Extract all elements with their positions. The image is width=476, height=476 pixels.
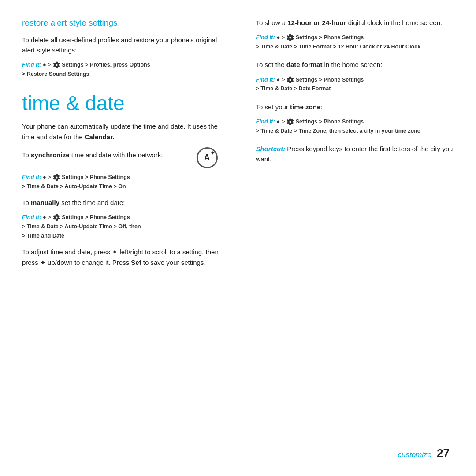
find-it-block-5: Find it: ● > Settings > Phone Settings >…: [256, 75, 454, 94]
find-it-label-2: Find it:: [22, 174, 41, 180]
page-footer: customize 27: [398, 446, 450, 460]
gear-icon-6: [286, 118, 294, 126]
arrow-1: >: [48, 61, 52, 68]
find-it-path-5a: Settings > Phone Settings: [296, 77, 364, 83]
right-column: To show a 12-hour or 24-hour digital clo…: [247, 18, 454, 458]
find-it-block-4: Find it: ● > Settings > Phone Settings >…: [256, 33, 454, 52]
sync-text: To synchronize time and date with the ne…: [22, 150, 194, 165]
find-it-path-3b: > Time & Date > Auto-Update Time > Off, …: [22, 222, 220, 231]
find-it-label-3: Find it:: [22, 214, 41, 220]
gear-icon-2: [53, 174, 60, 181]
find-it-line-3: Find it: ● > Settings > Phone Settings: [22, 213, 220, 222]
gear-icon-1: [53, 61, 60, 69]
find-it-line-5: Find it: ● > Settings > Phone Settings: [256, 75, 454, 85]
shortcut-label: Shortcut:: [256, 145, 286, 152]
find-it-path-3c: > Time and Date: [22, 231, 220, 241]
find-it-path-6a: Settings > Phone Settings: [296, 119, 364, 125]
time-date-paragraph: Your phone can automatically update the …: [22, 121, 220, 142]
find-it-line-4: Find it: ● > Settings > Phone Settings: [256, 33, 454, 42]
find-it-path-1b: > Restore Sound Settings: [22, 70, 220, 79]
find-it-icon-menu-1: ●: [43, 61, 46, 68]
sync-row: To synchronize time and date with the ne…: [22, 147, 220, 168]
superscript-icon: ✦: [211, 150, 215, 156]
sync-icon-wrap: A✦: [194, 147, 220, 168]
find-it-block-6: Find it: ● > Settings > Phone Settings >…: [256, 117, 454, 136]
find-it-label-4: Find it:: [256, 34, 275, 41]
find-it-block-1: Find it: ● > Settings > Profiles, press …: [22, 60, 220, 79]
gear-icon-3: [53, 214, 60, 221]
timezone-paragraph: To set your time zone:: [256, 102, 454, 112]
clock-paragraph: To show a 12-hour or 24-hour digital clo…: [256, 18, 454, 28]
footer-page-number: 27: [437, 446, 450, 460]
find-it-path-3a: Settings > Phone Settings: [62, 214, 130, 220]
manually-paragraph: To manually set the time and date:: [22, 197, 220, 208]
find-it-path-4b: > Time & Date > Time Format > 12 Hour Cl…: [256, 42, 454, 52]
page-content: restore alert style settings To delete a…: [0, 0, 476, 476]
find-it-line-1: Find it: ● > Settings > Profiles, press …: [22, 60, 220, 70]
find-it-path-2a: Settings > Phone Settings: [62, 174, 130, 180]
sync-network-icon: A✦: [197, 147, 218, 168]
find-it-block-2: Find it: ● > Settings > Phone Settings >…: [22, 173, 220, 191]
date-format-paragraph: To set the date format in the home scree…: [256, 60, 454, 70]
restore-alert-paragraph: To delete all user-defined profiles and …: [22, 35, 220, 56]
find-it-path-4a: Settings > Phone Settings: [296, 34, 364, 41]
find-it-label-5: Find it:: [256, 76, 275, 83]
find-it-path-6b: > Time & Date > Time Zone, then select a…: [256, 126, 454, 136]
gear-icon-5: [286, 76, 294, 84]
find-it-block-3: Find it: ● > Settings > Phone Settings >…: [22, 213, 220, 241]
find-it-label-6: Find it:: [256, 118, 275, 125]
footer-customize-label: customize: [398, 450, 432, 459]
restore-alert-heading: restore alert style settings: [22, 18, 220, 29]
find-it-line-2: Find it: ● > Settings > Phone Settings: [22, 173, 220, 182]
time-date-heading: time & date: [22, 92, 220, 115]
adjust-paragraph: To adjust time and date, press ✦ left/ri…: [22, 247, 220, 268]
find-it-path-5b: > Time & Date > Date Format: [256, 84, 454, 93]
shortcut-paragraph: Shortcut: Press keypad keys to enter the…: [256, 144, 454, 164]
restore-sound-settings: > Restore Sound Settings: [22, 71, 89, 77]
find-it-line-6: Find it: ● > Settings > Phone Settings: [256, 117, 454, 126]
left-column: restore alert style settings To delete a…: [22, 18, 229, 458]
find-it-path-1a: Settings > Profiles, press Options: [62, 62, 150, 68]
find-it-label-1: Find it:: [22, 61, 41, 68]
gear-icon-4: [286, 34, 294, 41]
find-it-path-2b: > Time & Date > Auto-Update Time > On: [22, 182, 220, 191]
